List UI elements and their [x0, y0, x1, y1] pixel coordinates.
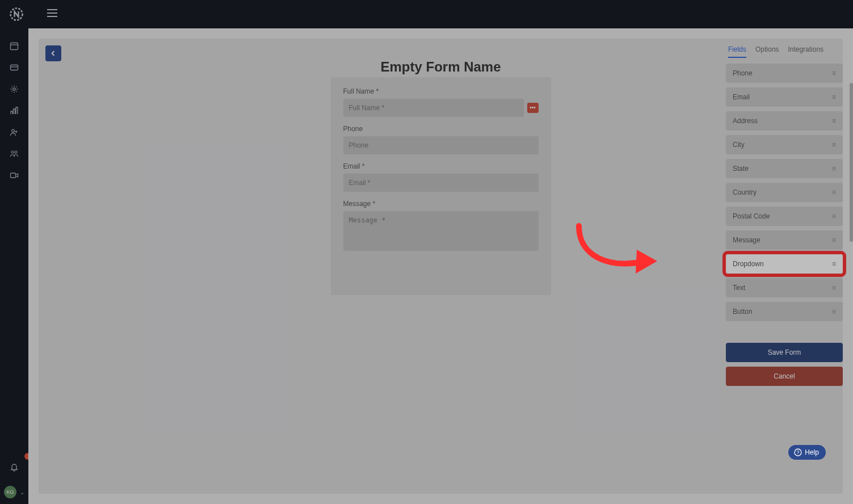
field-chip-message[interactable]: Message≡	[726, 230, 843, 250]
svg-point-3	[13, 88, 15, 90]
svg-point-4	[12, 129, 15, 132]
svg-point-6	[15, 151, 17, 153]
field-chip-label: Phone	[733, 69, 753, 77]
field-chip-text[interactable]: Text≡	[726, 278, 843, 297]
form-field-message: Message *	[343, 200, 539, 253]
field-input[interactable]	[343, 136, 539, 154]
avatar: KG	[4, 486, 16, 498]
drag-handle-icon[interactable]: ≡	[832, 188, 836, 196]
menu-toggle-icon[interactable]	[47, 9, 57, 19]
sidebar-nav-calendar[interactable]	[0, 35, 28, 57]
scroll-thumb[interactable]	[850, 83, 853, 242]
drag-handle-icon[interactable]: ≡	[832, 93, 836, 101]
field-chip-label: Message	[733, 236, 760, 244]
help-label: Help	[805, 448, 819, 456]
form-title: Empty Form Name	[39, 59, 843, 75]
field-chip-label: Dropdown	[733, 260, 764, 268]
sidebar-nav-group[interactable]	[0, 143, 28, 165]
drag-handle-icon[interactable]: ≡	[832, 236, 836, 244]
sidebar: 1 KG ⌄	[0, 28, 28, 504]
sidebar-nav-settings[interactable]	[0, 78, 28, 100]
form-field: Phone	[343, 125, 539, 154]
available-fields-list: Phone≡Email≡Address≡City≡State≡Country≡P…	[725, 64, 844, 321]
svg-rect-2	[11, 65, 18, 70]
field-more-button[interactable]: •••	[527, 103, 539, 113]
tab-options[interactable]: Options	[755, 45, 779, 58]
cancel-button[interactable]: Cancel	[726, 367, 843, 386]
drag-handle-icon[interactable]: ≡	[832, 212, 836, 220]
right-panel: FieldsOptionsIntegrations Phone≡Email≡Ad…	[725, 39, 844, 494]
field-chip-postal-code[interactable]: Postal Code≡	[726, 207, 843, 226]
notifications-button[interactable]: 1	[0, 456, 28, 478]
app-logo-icon	[9, 6, 24, 22]
tab-integrations[interactable]: Integrations	[788, 45, 823, 58]
field-chip-email[interactable]: Email≡	[726, 87, 843, 107]
sidebar-nav-card[interactable]	[0, 57, 28, 78]
field-chip-phone[interactable]: Phone≡	[726, 64, 843, 83]
drag-handle-icon[interactable]: ≡	[832, 141, 836, 149]
field-chip-label: Text	[733, 284, 745, 292]
field-chip-dropdown[interactable]: Dropdown≡	[726, 254, 843, 274]
drag-handle-icon[interactable]: ≡	[832, 69, 836, 77]
field-chip-state[interactable]: State≡	[726, 159, 843, 178]
sidebar-nav-video[interactable]	[0, 165, 28, 186]
svg-text:?: ?	[797, 450, 800, 455]
form-canvas: Empty Form Name Full Name *•••PhoneEmail…	[39, 39, 843, 494]
panel-tabs: FieldsOptionsIntegrations	[725, 39, 844, 64]
field-chip-address[interactable]: Address≡	[726, 111, 843, 131]
field-input[interactable]	[343, 174, 539, 192]
svg-rect-1	[11, 43, 18, 50]
field-chip-label: State	[733, 165, 749, 173]
field-chip-label: City	[733, 141, 745, 149]
drag-handle-icon[interactable]: ≡	[832, 165, 836, 173]
drag-handle-icon[interactable]: ≡	[832, 117, 836, 125]
sidebar-nav-chart[interactable]	[0, 100, 28, 121]
field-label: Email *	[343, 162, 539, 170]
user-menu[interactable]: KG ⌄	[4, 486, 24, 498]
svg-rect-7	[11, 173, 16, 178]
chevron-down-icon: ⌄	[20, 489, 24, 495]
more-icon: •••	[530, 105, 536, 111]
field-chip-label: Address	[733, 117, 758, 125]
field-chip-label: Email	[733, 93, 750, 101]
message-textarea[interactable]	[343, 211, 539, 251]
field-chip-city[interactable]: City≡	[726, 135, 843, 154]
topbar	[0, 0, 853, 28]
field-chip-label: Postal Code	[733, 212, 770, 220]
field-label: Phone	[343, 125, 539, 133]
field-chip-country[interactable]: Country≡	[726, 183, 843, 202]
drag-handle-icon[interactable]: ≡	[832, 284, 836, 292]
svg-point-5	[11, 151, 14, 153]
field-chip-button[interactable]: Button≡	[726, 302, 843, 321]
drag-handle-icon[interactable]: ≡	[832, 260, 836, 268]
message-label: Message *	[343, 200, 539, 208]
drag-handle-icon[interactable]: ≡	[832, 308, 836, 316]
tab-fields[interactable]: Fields	[728, 45, 746, 58]
help-button[interactable]: ? Help	[788, 445, 826, 460]
form-card: Full Name *•••PhoneEmail * Message *	[331, 77, 551, 295]
main-area: Empty Form Name Full Name *•••PhoneEmail…	[28, 28, 853, 504]
field-input[interactable]	[343, 99, 524, 117]
field-label: Full Name *	[343, 87, 539, 95]
field-chip-label: Button	[733, 308, 753, 316]
save-form-button[interactable]: Save Form	[726, 343, 843, 362]
field-chip-label: Country	[733, 188, 757, 196]
sidebar-nav-users[interactable]	[0, 121, 28, 143]
form-field: Full Name *•••	[343, 87, 539, 117]
form-field: Email *	[343, 162, 539, 192]
